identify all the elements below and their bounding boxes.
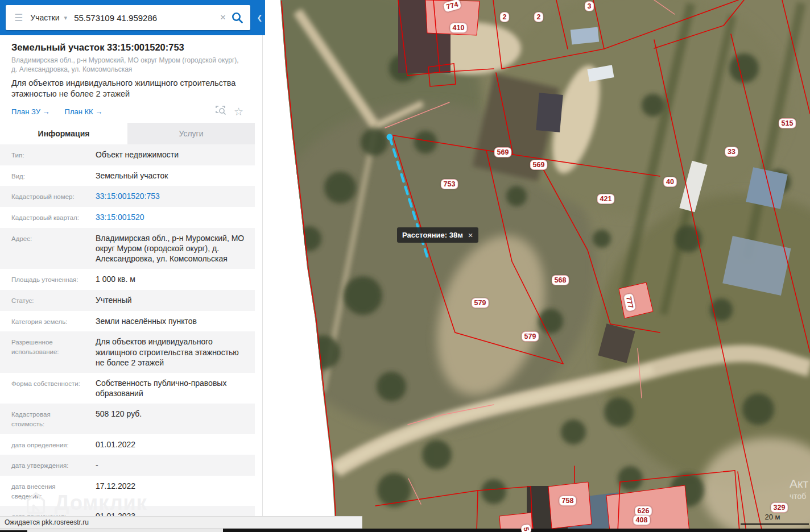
distance-tooltip-text: Расстояние: 38м xyxy=(402,231,463,239)
house-icon xyxy=(23,490,49,516)
page-title: Земельный участок 33:15:001520:753 xyxy=(0,35,255,56)
parcel-label-329[interactable]: 329 xyxy=(771,502,788,513)
row-label: Вид: xyxy=(0,171,84,181)
parcel-label-408[interactable]: 408 xyxy=(633,515,651,525)
table-row: дата утверждения:- xyxy=(0,455,255,476)
clear-search-icon[interactable]: × xyxy=(220,12,226,23)
row-label: Разрешенное использование: xyxy=(0,336,84,368)
parcel-label-410[interactable]: 410 xyxy=(450,23,468,33)
distance-tooltip: Расстояние: 38м × xyxy=(397,227,478,243)
brand-watermark-text: Домклик xyxy=(55,491,147,515)
row-value: Для объектов индивидуального жилищного с… xyxy=(84,336,255,368)
row-label: Кадастровый номер: xyxy=(0,191,84,202)
row-value: 508 120 руб. xyxy=(84,409,255,429)
table-row: дата определения:01.01.2022 xyxy=(0,434,255,455)
table-row: Кадастровая стоимость:508 120 руб. xyxy=(0,404,255,434)
parcel-info-panel: Земельный участок 33:15:001520:753 Влади… xyxy=(0,35,255,532)
table-row: Площадь уточненная:1 000 кв. м xyxy=(0,269,255,290)
table-row: Категория земель:Земли населённых пункто… xyxy=(0,311,255,332)
table-row: Кадастровый квартал:33:15:001520 xyxy=(0,207,255,228)
table-row: Статус:Учтенный xyxy=(0,290,255,311)
search-bar: ☰ Участки ▾ × xyxy=(6,5,250,30)
parcel-label-3[interactable]: 3 xyxy=(585,1,594,11)
tab-services[interactable]: Услуги xyxy=(127,123,255,144)
close-icon[interactable]: × xyxy=(468,231,473,239)
table-row: Вид:Земельный участок xyxy=(0,165,255,186)
parcel-label-33[interactable]: 33 xyxy=(725,147,738,157)
parcel-label-421[interactable]: 421 xyxy=(597,194,615,204)
favorite-star-icon[interactable]: ☆ xyxy=(234,106,243,117)
chevron-left-icon: ❮ xyxy=(257,14,262,22)
table-row: Кадастровый номер:33:15:001520:753 xyxy=(0,186,255,207)
row-value: 01.01.2022 xyxy=(84,439,255,450)
search-category[interactable]: Участки xyxy=(30,13,59,22)
row-value: 1 000 кв. м xyxy=(84,274,255,285)
info-table: Тип:Объект недвижимости Вид:Земельный уч… xyxy=(0,144,255,527)
row-value: Земли населённых пунктов xyxy=(84,316,255,327)
row-value: Земельный участок xyxy=(84,171,255,181)
row-label: Статус: xyxy=(0,295,84,306)
panel-scrollbar[interactable] xyxy=(262,35,263,516)
measure-start-point xyxy=(387,134,393,140)
parcel-label-753[interactable]: 753 xyxy=(441,179,458,189)
bottom-bar xyxy=(223,529,255,532)
satellite-layer: 20 м xyxy=(255,0,810,532)
parcel-usage-summary: Для объектов индивидуального жилищного с… xyxy=(0,74,255,101)
row-label: Кадастровая стоимость: xyxy=(0,409,84,429)
parcel-label-40[interactable]: 40 xyxy=(663,177,677,187)
scale-label-svg: 20 м xyxy=(764,513,780,521)
row-value: Учтенный xyxy=(84,295,255,306)
menu-icon[interactable]: ☰ xyxy=(14,12,23,24)
parcel-label-2[interactable]: 2 xyxy=(534,12,544,22)
map-canvas[interactable]: 20 м 77441022351533569569753404215685797… xyxy=(255,0,810,532)
row-label: Кадастровый квартал: xyxy=(0,212,84,223)
row-label: Форма собственности: xyxy=(0,378,84,398)
cadastral-number-link[interactable]: 33:15:001520:753 xyxy=(84,191,255,202)
row-label: Категория земель: xyxy=(0,316,84,327)
panel-tabs: Информация Услуги xyxy=(0,123,255,144)
table-row: Тип:Объект недвижимости xyxy=(0,144,255,165)
browser-status-bar: Ожидается pkk.rosreestr.ru xyxy=(0,516,362,529)
cadastral-quarter-link[interactable]: 33:15:001520 xyxy=(84,212,255,223)
row-label: Тип: xyxy=(0,149,84,160)
brand-watermark: Домклик xyxy=(23,490,147,516)
row-value: Владимирская обл., р-н Муромский, МО окр… xyxy=(84,233,255,264)
parcel-label-569[interactable]: 569 xyxy=(494,147,512,157)
row-value: - xyxy=(84,460,255,471)
row-value: Объект недвижимости xyxy=(84,149,255,160)
tab-information[interactable]: Информация xyxy=(0,123,127,144)
chevron-down-icon[interactable]: ▾ xyxy=(64,14,68,22)
row-label: Адрес: xyxy=(0,233,84,264)
parcel-label-515[interactable]: 515 xyxy=(779,118,796,128)
parcel-label-569[interactable]: 569 xyxy=(530,160,548,170)
plan-kk-link[interactable]: План КК → xyxy=(65,107,103,116)
row-label: дата определения: xyxy=(0,439,84,450)
search-icon[interactable] xyxy=(231,11,243,24)
parcel-label-579[interactable]: 579 xyxy=(472,298,489,308)
row-label: Площадь уточненная: xyxy=(0,274,84,285)
parcel-label-568[interactable]: 568 xyxy=(552,275,569,285)
top-header: ☰ Участки ▾ × xyxy=(0,0,265,35)
search-input[interactable] xyxy=(73,13,215,23)
parcel-address-summary: Владимирская обл., р-н Муромский, МО окр… xyxy=(0,56,255,74)
plan-links-row: План ЗУ → План КК → ☆ xyxy=(0,101,255,123)
row-value: Собственность публично-правовых образова… xyxy=(84,378,255,398)
parcel-label-758[interactable]: 758 xyxy=(559,496,577,506)
table-row: Разрешенное использование:Для объектов и… xyxy=(0,331,255,373)
parcel-label-579[interactable]: 579 xyxy=(522,331,539,342)
collapse-panel-button[interactable]: ❮ xyxy=(254,0,265,35)
table-row: Адрес:Владимирская обл., р-н Муромский, … xyxy=(0,228,255,269)
parcel-label-2[interactable]: 2 xyxy=(500,12,510,22)
area-search-icon[interactable] xyxy=(216,105,227,118)
plan-zu-link[interactable]: План ЗУ → xyxy=(11,107,50,116)
table-row: Форма собственности:Собственность публич… xyxy=(0,373,255,404)
row-label: дата утверждения: xyxy=(0,460,84,471)
bottom-strip xyxy=(0,529,223,532)
